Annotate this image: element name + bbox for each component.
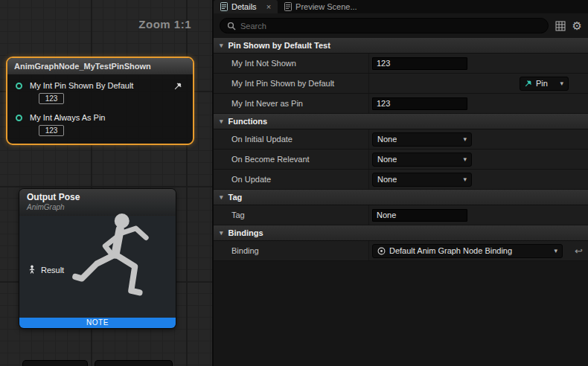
property-row: On Initial Update None ▾ <box>214 129 588 150</box>
int-pin-icon[interactable] <box>16 83 22 89</box>
on-initial-update-dropdown[interactable]: None ▾ <box>372 132 472 147</box>
search-box[interactable] <box>220 18 549 33</box>
search-icon <box>227 22 236 30</box>
on-become-relevant-dropdown[interactable]: None ▾ <box>372 152 472 167</box>
property-row: My Int Not Shown <box>214 54 588 74</box>
node-title[interactable]: AnimGraphNode_MyTestPinShown <box>7 58 193 74</box>
anim-graph-canvas[interactable]: Zoom 1:1 AnimGraphNode_MyTestPinShown My… <box>0 0 212 366</box>
section-functions[interactable]: ▾ Functions <box>214 114 588 129</box>
property-label: Binding <box>214 246 368 255</box>
pose-pin-icon <box>28 263 36 277</box>
my-int-never-as-pin-input[interactable] <box>372 97 467 110</box>
partial-node[interactable] <box>22 360 88 366</box>
pin-default-value[interactable]: 123 <box>39 93 64 104</box>
property-label: On Become Relevant <box>214 155 368 164</box>
property-list: ▾ Pin Shown by Default Test My Int Not S… <box>214 38 588 366</box>
int-pin-icon[interactable] <box>16 115 22 121</box>
result-pin[interactable]: Result <box>28 263 64 277</box>
details-toolbar: ⚙ <box>214 13 588 38</box>
section-title: Functions <box>229 117 268 126</box>
close-icon[interactable]: × <box>266 3 271 11</box>
property-label: My Int Not Shown <box>214 59 368 68</box>
tab-label: Details <box>231 2 257 11</box>
my-int-not-shown-input[interactable] <box>372 57 467 70</box>
chevron-down-icon: ▾ <box>220 42 223 49</box>
dropdown-value: Pin <box>536 79 548 88</box>
property-row: My Int Never as Pin <box>214 94 588 114</box>
section-bindings[interactable]: ▾ Bindings <box>214 225 588 241</box>
chevron-down-icon: ▾ <box>220 118 223 125</box>
tab-preview-scene[interactable]: Preview Scene... <box>278 0 364 13</box>
property-row: My Int Pin Shown by Default Pin ▾ <box>214 74 588 94</box>
details-tab-icon <box>220 2 228 11</box>
property-label: On Initial Update <box>214 135 368 144</box>
zoom-level-label: Zoom 1:1 <box>138 18 191 30</box>
thumbtack-icon[interactable] <box>174 82 182 90</box>
property-row: On Become Relevant None ▾ <box>214 150 588 170</box>
section-title: Pin Shown by Default Test <box>229 41 330 50</box>
property-label: My Int Pin Shown by Default <box>214 79 368 88</box>
panel-tab-bar: Details × Preview Scene... <box>214 0 588 13</box>
on-update-dropdown[interactable]: None ▾ <box>372 173 472 187</box>
pin-row: My Int Pin Shown By Default <box>12 81 188 90</box>
pin-visibility-dropdown[interactable]: Pin ▾ <box>520 77 569 91</box>
tab-details[interactable]: Details × <box>214 0 278 13</box>
tag-input[interactable] <box>372 209 467 222</box>
chevron-down-icon: ▾ <box>220 193 223 201</box>
property-label: Tag <box>214 211 368 219</box>
pin-label: My Int Pin Shown By Default <box>30 81 133 90</box>
partial-node[interactable] <box>95 360 173 366</box>
result-pin-label: Result <box>41 266 64 274</box>
search-input[interactable] <box>240 22 541 30</box>
property-row: Tag <box>214 205 588 225</box>
pin-icon <box>525 80 532 87</box>
node-title: Output Pose <box>27 192 168 202</box>
unreal-editor-window: Zoom 1:1 AnimGraphNode_MyTestPinShown My… <box>0 0 588 366</box>
dropdown-value: Default Anim Graph Node Binding <box>389 246 512 255</box>
property-row: On Update None ▾ <box>214 170 588 190</box>
output-pose-node[interactable]: Output Pose AnimGraph <box>19 188 176 329</box>
details-panel: Details × Preview Scene... ⚙ <box>212 0 588 366</box>
dropdown-value: None <box>377 135 397 144</box>
pin-default-value[interactable]: 123 <box>39 125 64 136</box>
reset-to-default-icon[interactable]: ↩ <box>575 245 583 257</box>
section-title: Bindings <box>229 228 263 237</box>
dropdown-value: None <box>377 155 397 164</box>
chevron-down-icon: ▾ <box>220 229 223 237</box>
chevron-down-icon: ▾ <box>463 135 467 143</box>
section-title: Tag <box>229 193 243 202</box>
display-filter-grid-icon[interactable] <box>555 21 566 31</box>
chevron-down-icon: ▾ <box>560 80 563 87</box>
mannequin-preview-image <box>67 210 171 324</box>
chevron-down-icon: ▾ <box>554 247 557 254</box>
property-label: My Int Never as Pin <box>214 99 368 108</box>
gear-icon[interactable]: ⚙ <box>572 20 582 31</box>
binding-icon <box>377 247 386 255</box>
anim-graph-node-selected[interactable]: AnimGraphNode_MyTestPinShown My Int Pin … <box>6 57 194 145</box>
chevron-down-icon: ▾ <box>463 155 467 163</box>
note-banner[interactable]: NOTE <box>19 318 176 328</box>
section-pin-shown-by-default-test[interactable]: ▾ Pin Shown by Default Test <box>214 38 588 54</box>
pin-row: My Int Always As Pin <box>12 113 188 122</box>
preview-scene-tab-icon <box>284 2 292 11</box>
binding-dropdown[interactable]: Default Anim Graph Node Binding ▾ <box>372 244 563 258</box>
dropdown-value: None <box>377 175 397 184</box>
section-tag[interactable]: ▾ Tag <box>214 190 588 205</box>
pin-label: My Int Always As Pin <box>30 113 105 122</box>
property-row: Binding Default Anim Graph Node Binding … <box>214 241 588 261</box>
property-label: On Update <box>214 175 368 184</box>
tab-label: Preview Scene... <box>295 2 357 11</box>
chevron-down-icon: ▾ <box>463 176 467 183</box>
